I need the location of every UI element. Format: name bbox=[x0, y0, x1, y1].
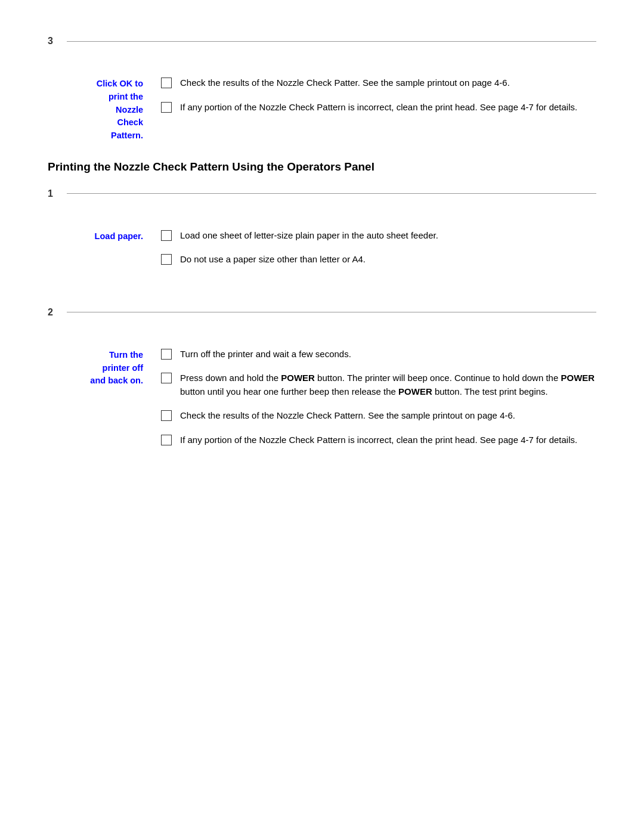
step2-item-3: Check the results of the Nozzle Check Pa… bbox=[161, 409, 596, 423]
step2-item-3-text: Check the results of the Nozzle Check Pa… bbox=[180, 409, 515, 423]
step3-line bbox=[67, 41, 596, 42]
step2-item-1: Turn off the printer and wait a few seco… bbox=[161, 348, 596, 361]
step2-item-4-text: If any portion of the Nozzle Check Patte… bbox=[180, 433, 577, 447]
step3-content: Click OK to print the Nozzle Check Patte… bbox=[48, 76, 596, 143]
checkbox-icon bbox=[161, 349, 172, 360]
checkbox-icon bbox=[161, 102, 172, 113]
step2-item-2-text: Press down and hold the POWER button. Th… bbox=[180, 371, 596, 398]
checkbox-icon bbox=[161, 373, 172, 383]
step3-header: 3 bbox=[48, 36, 596, 47]
step1-item-2-text: Do not use a paper size other than lette… bbox=[180, 253, 366, 267]
checkbox-icon bbox=[161, 410, 172, 421]
step2-item-1-text: Turn off the printer and wait a few seco… bbox=[180, 348, 351, 361]
step2-header: 2 bbox=[48, 307, 596, 318]
step1-label: Load paper. bbox=[54, 229, 161, 277]
checkbox-icon bbox=[161, 435, 172, 445]
step3-label: Click OK to print the Nozzle Check Patte… bbox=[54, 76, 161, 143]
step2-item-4: If any portion of the Nozzle Check Patte… bbox=[161, 433, 596, 447]
step1-item-1-text: Load one sheet of letter-size plain pape… bbox=[180, 229, 438, 243]
section-heading: Printing the Nozzle Check Pattern Using … bbox=[48, 160, 596, 174]
step2-items: Turn off the printer and wait a few seco… bbox=[161, 348, 596, 458]
step1-item-1: Load one sheet of letter-size plain pape… bbox=[161, 229, 596, 243]
step2-content: Turn the printer off and back on. Turn o… bbox=[48, 348, 596, 458]
checkbox-icon bbox=[161, 254, 172, 265]
step1-header: 1 bbox=[48, 188, 596, 199]
step2-line bbox=[67, 312, 596, 312]
step3-item-2: If any portion of the Nozzle Check Patte… bbox=[161, 101, 596, 114]
step3-item-1: Check the results of the Nozzle Check Pa… bbox=[161, 76, 596, 90]
step1-content: Load paper. Load one sheet of letter-siz… bbox=[48, 229, 596, 277]
step3-item-2-text: If any portion of the Nozzle Check Patte… bbox=[180, 101, 577, 114]
step1-number: 1 bbox=[48, 188, 60, 199]
checkbox-icon bbox=[161, 78, 172, 88]
step3-item-1-text: Check the results of the Nozzle Check Pa… bbox=[180, 76, 510, 90]
step2-number: 2 bbox=[48, 307, 60, 318]
step3-number: 3 bbox=[48, 36, 60, 47]
step2-label: Turn the printer off and back on. bbox=[54, 348, 161, 458]
step1-items: Load one sheet of letter-size plain pape… bbox=[161, 229, 596, 277]
checkbox-icon bbox=[161, 230, 172, 241]
step1-item-2: Do not use a paper size other than lette… bbox=[161, 253, 596, 267]
step1-line bbox=[67, 193, 596, 194]
step2-item-2: Press down and hold the POWER button. Th… bbox=[161, 371, 596, 398]
step3-items: Check the results of the Nozzle Check Pa… bbox=[161, 76, 596, 143]
